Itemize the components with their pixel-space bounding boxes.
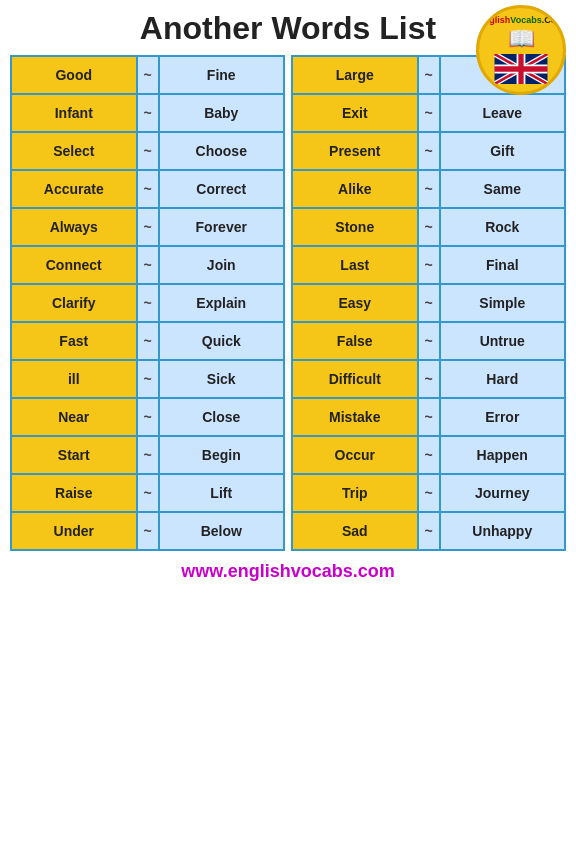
- tilde-cell: ~: [137, 56, 159, 94]
- table-row: Fast~Quick: [11, 322, 284, 360]
- table-row: Stone~Rock: [292, 208, 565, 246]
- word-cell: Start: [11, 436, 137, 474]
- tilde-cell: ~: [137, 474, 159, 512]
- word-cell: Always: [11, 208, 137, 246]
- tilde-cell: ~: [418, 284, 440, 322]
- tilde-cell: ~: [418, 56, 440, 94]
- synonym-cell: Quick: [159, 322, 285, 360]
- table-row: Sad~Unhappy: [292, 512, 565, 550]
- word-cell: Present: [292, 132, 418, 170]
- tilde-cell: ~: [418, 322, 440, 360]
- tilde-cell: ~: [418, 246, 440, 284]
- word-cell: Easy: [292, 284, 418, 322]
- tilde-cell: ~: [137, 512, 159, 550]
- table-row: Good~Fine: [11, 56, 284, 94]
- synonym-cell: Rock: [440, 208, 566, 246]
- word-cell: False: [292, 322, 418, 360]
- tables-container: Good~FineInfant~BabySelect~ChooseAccurat…: [10, 55, 566, 551]
- synonym-cell: Sick: [159, 360, 285, 398]
- table-row: Last~Final: [292, 246, 565, 284]
- synonym-cell: Journey: [440, 474, 566, 512]
- table-row: Easy~Simple: [292, 284, 565, 322]
- table-row: Start~Begin: [11, 436, 284, 474]
- tilde-cell: ~: [137, 208, 159, 246]
- table-row: False~Untrue: [292, 322, 565, 360]
- word-cell: Difficult: [292, 360, 418, 398]
- word-cell: Mistake: [292, 398, 418, 436]
- tilde-cell: ~: [418, 474, 440, 512]
- tilde-cell: ~: [418, 512, 440, 550]
- tilde-cell: ~: [137, 360, 159, 398]
- tilde-cell: ~: [137, 170, 159, 208]
- table-row: ill~Sick: [11, 360, 284, 398]
- synonym-cell: Join: [159, 246, 285, 284]
- word-cell: Connect: [11, 246, 137, 284]
- tilde-cell: ~: [137, 322, 159, 360]
- word-cell: ill: [11, 360, 137, 398]
- uk-flag-icon: [494, 54, 548, 84]
- table-row: Always~Forever: [11, 208, 284, 246]
- tilde-cell: ~: [418, 436, 440, 474]
- synonym-cell: Lift: [159, 474, 285, 512]
- table-row: Present~Gift: [292, 132, 565, 170]
- word-cell: Sad: [292, 512, 418, 550]
- right-table: Large~BigExit~LeavePresent~GiftAlike~Sam…: [291, 55, 566, 551]
- tilde-cell: ~: [137, 284, 159, 322]
- book-icon: 📖: [508, 26, 535, 52]
- logo-text: EnglishVocabs.Com: [478, 16, 564, 26]
- synonym-cell: Happen: [440, 436, 566, 474]
- table-row: Near~Close: [11, 398, 284, 436]
- table-row: Alike~Same: [292, 170, 565, 208]
- table-row: Infant~Baby: [11, 94, 284, 132]
- table-row: Clarify~Explain: [11, 284, 284, 322]
- tilde-cell: ~: [137, 94, 159, 132]
- synonym-cell: Begin: [159, 436, 285, 474]
- synonym-cell: Below: [159, 512, 285, 550]
- word-cell: Fast: [11, 322, 137, 360]
- synonym-cell: Untrue: [440, 322, 566, 360]
- footer-url: www.englishvocabs.com: [181, 561, 394, 582]
- table-row: Accurate~Correct: [11, 170, 284, 208]
- synonym-cell: Gift: [440, 132, 566, 170]
- word-cell: Clarify: [11, 284, 137, 322]
- tilde-cell: ~: [137, 246, 159, 284]
- word-cell: Occur: [292, 436, 418, 474]
- table-row: Trip~Journey: [292, 474, 565, 512]
- synonym-cell: Unhappy: [440, 512, 566, 550]
- tilde-cell: ~: [418, 398, 440, 436]
- synonym-cell: Fine: [159, 56, 285, 94]
- tilde-cell: ~: [418, 170, 440, 208]
- synonym-cell: Baby: [159, 94, 285, 132]
- word-cell: Near: [11, 398, 137, 436]
- table-row: Connect~Join: [11, 246, 284, 284]
- page-header: Another Words List EnglishVocabs.Com 📖: [10, 10, 566, 47]
- word-cell: Stone: [292, 208, 418, 246]
- table-row: Occur~Happen: [292, 436, 565, 474]
- word-cell: Accurate: [11, 170, 137, 208]
- table-row: Select~Choose: [11, 132, 284, 170]
- synonym-cell: Leave: [440, 94, 566, 132]
- table-row: Difficult~Hard: [292, 360, 565, 398]
- table-row: Raise~Lift: [11, 474, 284, 512]
- word-cell: Alike: [292, 170, 418, 208]
- word-cell: Raise: [11, 474, 137, 512]
- word-cell: Good: [11, 56, 137, 94]
- synonym-cell: Same: [440, 170, 566, 208]
- word-cell: Select: [11, 132, 137, 170]
- word-cell: Large: [292, 56, 418, 94]
- synonym-cell: Choose: [159, 132, 285, 170]
- word-cell: Trip: [292, 474, 418, 512]
- tilde-cell: ~: [137, 436, 159, 474]
- table-row: Exit~Leave: [292, 94, 565, 132]
- synonym-cell: Close: [159, 398, 285, 436]
- table-row: Mistake~Error: [292, 398, 565, 436]
- word-cell: Last: [292, 246, 418, 284]
- synonym-cell: Hard: [440, 360, 566, 398]
- tilde-cell: ~: [137, 132, 159, 170]
- logo: EnglishVocabs.Com 📖: [476, 5, 566, 95]
- synonym-cell: Final: [440, 246, 566, 284]
- tilde-cell: ~: [418, 360, 440, 398]
- word-cell: Infant: [11, 94, 137, 132]
- word-cell: Exit: [292, 94, 418, 132]
- tilde-cell: ~: [137, 398, 159, 436]
